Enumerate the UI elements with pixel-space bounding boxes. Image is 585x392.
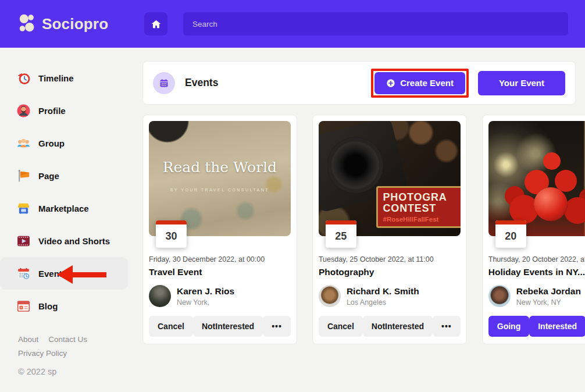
event-card: PHOTOGRA CONTEST #RoseHillFallFest 25 Tu… [312,115,467,344]
events-calendar-badge [153,72,175,94]
event-datetime: Tuesday, 25 October 2022, at 11:00 [319,255,461,263]
footer-link-about[interactable]: About [18,335,38,344]
blog-icon [16,299,31,313]
sidebar-item-label: Video and Shorts [38,236,110,246]
sidebar-item-label: Group [38,138,65,148]
cancel-button[interactable]: Cancel [149,316,193,337]
sidebar-item-blog[interactable]: Blog [0,290,128,322]
date-badge: 30 [156,220,187,248]
cancel-button[interactable]: Cancel [319,316,363,337]
organizer-row: Karen J. Rios New York, [149,285,291,307]
sidebar-item-marketplace[interactable]: Marketplace [0,192,128,224]
camera-lens-graphic [327,137,383,193]
create-event-label: Create Event [400,78,454,88]
sidebar-item-label: Marketplace [38,204,89,213]
annotation-arrow-shaft [73,272,106,277]
organizer-avatar [488,285,511,307]
date-badge: 20 [495,220,526,248]
date-badge: 25 [326,220,356,248]
timeline-icon [16,71,31,85]
organizer-name: Richard K. Smith [347,286,419,297]
top-bar: Sociopro [0,0,585,48]
event-card-list: Read the World BY YOUR TRAVEL CONSULTANT… [142,115,576,344]
organizer-row: Richard K. Smith Los Angeles [319,285,461,307]
main-content: Events Create Event Your Event Read the … [142,61,576,344]
organizer-location: New York, [177,298,234,307]
date-badge-day: 25 [326,224,356,248]
home-icon [151,19,162,30]
footer-link-privacy-policy[interactable]: Privacy Policy [18,349,67,358]
footer-links: AboutContact UsPrivacy Policy [18,335,111,358]
profile-icon [16,104,31,118]
annotation-arrow-head [57,265,73,284]
date-badge-day: 30 [156,224,187,248]
organizer-name: Karen J. Rios [177,286,234,297]
date-badge-day: 20 [495,224,526,248]
sidebar: Timeline Profile Group Page Marketplace … [0,48,128,376]
organizer-name: Rebeka Jordan [516,286,581,297]
notinterested-button[interactable]: NotInterested [193,316,263,337]
search-input[interactable] [183,12,568,35]
sidebar-item-label: Page [38,171,59,181]
organizer-location: Los Angeles [347,298,419,307]
event-image: PHOTOGRA CONTEST #RoseHillFallFest [319,121,461,236]
create-event-button[interactable]: Create Event [374,72,465,94]
sidebar-item-profile[interactable]: Profile [0,94,128,127]
event-actions: CancelNotInterested••• [319,316,461,337]
event-media: Read the World BY YOUR TRAVEL CONSULTANT… [149,121,291,236]
home-button[interactable] [144,12,167,35]
event-title: Travel Event [149,267,291,277]
marketplace-icon [16,201,31,216]
event-card: 20 Thursday, 20 October 2022, at 17:00 H… [482,115,585,344]
group-icon [16,136,31,151]
video-icon [16,234,31,248]
sociopro-logo-icon [16,13,38,35]
event-actions: GoingInterested••• [488,316,585,337]
event-image-sign: PHOTOGRA CONTEST #RoseHillFallFest [376,186,461,229]
sidebar-item-group[interactable]: Group [0,127,128,159]
organizer-location: New York, NY [516,298,581,307]
copyright-text: © 2022 sp [18,367,117,376]
calendar-icon [159,78,169,88]
event-image-subline: BY YOUR TRAVEL CONSULTANT [149,188,291,192]
sidebar-item-label: Profile [38,106,66,116]
sidebar-item-label: Blog [38,301,58,311]
more-options-button[interactable]: ••• [263,316,291,337]
event-media: 20 [488,121,585,236]
sidebar-footer: AboutContact UsPrivacy Policy © 2022 sp [18,335,117,376]
event-datetime: Thursday, 20 October 2022, at 17:00 [488,255,585,263]
sidebar-item-label: Timeline [38,73,74,83]
page-icon [16,169,31,183]
interested-button[interactable]: Interested [529,316,585,337]
sidebar-item-timeline[interactable]: Timeline [0,62,128,94]
sidebar-item-video-and-shorts[interactable]: Video and Shorts [0,224,128,257]
event-card: Read the World BY YOUR TRAVEL CONSULTANT… [142,115,297,344]
sidebar-item-page[interactable]: Page [0,159,128,192]
event-image-headline: Read the World [149,159,291,176]
annotation-arrow [57,265,106,284]
going-button[interactable]: Going [488,316,529,337]
notinterested-button[interactable]: NotInterested [363,316,433,337]
more-options-button[interactable]: ••• [433,316,461,337]
event-icon [16,266,31,281]
plus-circle-icon [386,79,395,88]
event-media: PHOTOGRA CONTEST #RoseHillFallFest 25 [319,121,461,236]
brand-name: Sociopro [42,15,108,33]
your-event-button[interactable]: Your Event [478,71,565,95]
organizer-avatar [149,285,171,307]
event-title: Holiday Events in NY... [488,267,585,277]
event-actions: CancelNotInterested••• [149,316,291,337]
footer-link-contact-us[interactable]: Contact Us [48,335,87,344]
page-title: Events [185,77,218,89]
event-image: Read the World BY YOUR TRAVEL CONSULTANT [149,121,291,236]
organizer-avatar [319,285,341,307]
brand-logo[interactable]: Sociopro [16,13,108,35]
events-header: Events Create Event Your Event [142,61,576,105]
organizer-row: Rebeka Jordan New York, NY [488,285,585,307]
event-datetime: Friday, 30 December 2022, at 00:00 [149,255,291,263]
event-title: Photography [319,267,461,277]
annotation-create-event-outline: Create Event [371,69,469,98]
event-image [488,121,585,236]
